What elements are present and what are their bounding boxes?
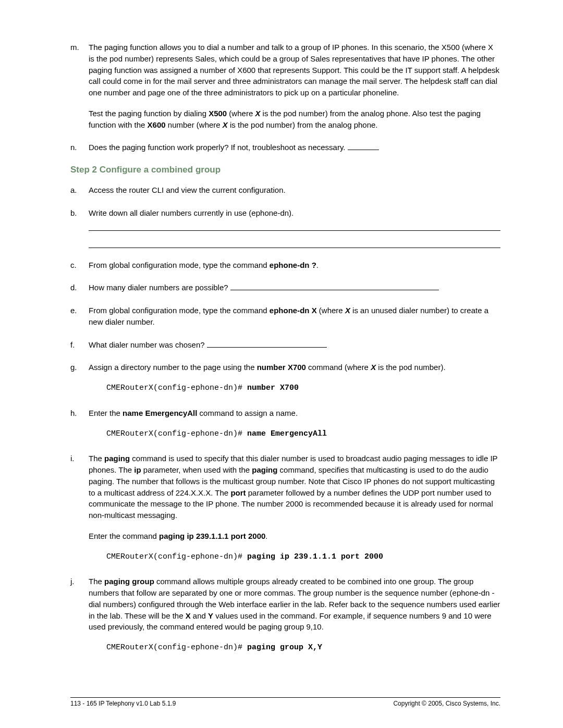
- marker-e: e.: [70, 305, 89, 328]
- t: parameter, when used with the: [141, 465, 252, 474]
- code-cmd: name EmergencyAll: [247, 429, 327, 438]
- body-f: What dialer number was chosen?: [89, 339, 500, 351]
- item-c: c. From global configuration mode, type …: [70, 260, 500, 271]
- t: command to assign a name.: [197, 409, 298, 417]
- marker-b: b.: [70, 207, 89, 248]
- blank-line[interactable]: [89, 238, 500, 248]
- marker-i: i.: [70, 453, 89, 564]
- marker-g: g.: [70, 362, 89, 396]
- code-cmd: number X700: [247, 384, 299, 392]
- list-continued: m. The paging function allows you to dia…: [70, 42, 500, 153]
- bold: ephone-dn ?: [270, 261, 316, 269]
- t: .: [265, 532, 267, 540]
- body-m: The paging function allows you to dial a…: [89, 42, 500, 130]
- t: number (where: [166, 120, 223, 129]
- t: Enter the: [89, 409, 123, 417]
- marker-a: a.: [70, 184, 89, 196]
- code-block: CMERouterX(config-ephone-dn)# number X70…: [106, 382, 500, 394]
- t: .: [316, 261, 319, 269]
- t: is the pod number) from the analog phone…: [228, 120, 378, 129]
- t: Test the paging function by dialing: [89, 109, 209, 118]
- bold: paging: [104, 454, 130, 463]
- blank-line[interactable]: [348, 142, 379, 150]
- blank-line[interactable]: [89, 221, 500, 231]
- bold: ephone-dn X: [270, 306, 317, 315]
- bold: number X700: [257, 363, 306, 372]
- item-e: e. From global configuration mode, type …: [70, 305, 500, 328]
- t: The: [89, 577, 104, 586]
- code-prompt: CMERouterX(config-ephone-dn)#: [106, 643, 247, 652]
- item-j: j. The paging group command allows multi…: [70, 576, 500, 656]
- t: What dialer number was chosen?: [89, 340, 207, 349]
- step-heading: Step 2 Configure a combined group: [70, 165, 500, 175]
- marker-d: d.: [70, 282, 89, 293]
- m-p1: The paging function allows you to dial a…: [89, 42, 500, 98]
- ital: X: [371, 363, 376, 372]
- t: Enter the command: [89, 532, 159, 540]
- code-block: CMERouterX(config-ephone-dn)# name Emerg…: [106, 428, 500, 440]
- code-prompt: CMERouterX(config-ephone-dn)#: [106, 552, 247, 561]
- t: Write down all dialer numbers currently …: [89, 208, 293, 217]
- footer-right: Copyright © 2005, Cisco Systems, Inc.: [393, 700, 500, 707]
- body-b: Write down all dialer numbers currently …: [89, 207, 500, 248]
- i-p2: Enter the command paging ip 239.1.1.1 po…: [89, 530, 500, 542]
- body-j: The paging group command allows multiple…: [89, 576, 500, 656]
- page: m. The paging function allows you to dia…: [0, 0, 563, 728]
- list-step2: a. Access the router CLI and view the cu…: [70, 184, 500, 656]
- bold: ip: [134, 465, 141, 474]
- i-p1: The paging command is used to specify th…: [89, 453, 500, 521]
- code-block: CMERouterX(config-ephone-dn)# paging ip …: [106, 551, 500, 563]
- bold: paging group: [104, 577, 154, 586]
- bold: paging: [252, 465, 277, 474]
- code-prompt: CMERouterX(config-ephone-dn)#: [106, 384, 247, 392]
- bold: name EmergencyAll: [123, 409, 197, 417]
- item-f: f. What dialer number was chosen?: [70, 339, 500, 351]
- marker-m: m.: [70, 42, 89, 130]
- code-cmd: paging ip 239.1.1.1 port 2000: [247, 552, 383, 561]
- t: From global configuration mode, type the…: [89, 261, 270, 269]
- t: From global configuration mode, type the…: [89, 306, 270, 315]
- ital: X: [345, 306, 350, 315]
- ital: X: [255, 109, 260, 118]
- item-g: g. Assign a directory number to the page…: [70, 362, 500, 396]
- body-d: How many dialer numbers are possible?: [89, 282, 500, 293]
- bold: X: [186, 611, 191, 620]
- g-p: Assign a directory number to the page us…: [89, 362, 500, 373]
- item-b: b. Write down all dialer numbers current…: [70, 207, 500, 248]
- bold: X500: [209, 109, 227, 118]
- blank-line[interactable]: [207, 339, 327, 348]
- blank-line[interactable]: [230, 282, 439, 290]
- marker-h: h.: [70, 408, 89, 442]
- t: The: [89, 454, 104, 463]
- bold: Y: [208, 611, 213, 620]
- bold: X600: [148, 120, 166, 129]
- t: How many dialer numbers are possible?: [89, 283, 230, 292]
- body-n: Does the paging function work properly? …: [89, 142, 500, 153]
- code-block: CMERouterX(config-ephone-dn)# paging gro…: [106, 642, 500, 653]
- footer: 113 - 165 IP Telephony v1.0 Lab 5.1.9 Co…: [70, 697, 500, 707]
- bold: port: [230, 488, 246, 497]
- marker-n: n.: [70, 142, 89, 153]
- marker-c: c.: [70, 260, 89, 271]
- t: Assign a directory number to the page us…: [89, 363, 257, 372]
- footer-left: 113 - 165 IP Telephony v1.0 Lab 5.1.9: [70, 700, 176, 707]
- h-p: Enter the name EmergencyAll command to a…: [89, 408, 500, 419]
- item-i: i. The paging command is used to specify…: [70, 453, 500, 564]
- body-g: Assign a directory number to the page us…: [89, 362, 500, 396]
- body-a: Access the router CLI and view the curre…: [89, 184, 500, 196]
- item-h: h. Enter the name EmergencyAll command t…: [70, 408, 500, 442]
- item-n: n. Does the paging function work properl…: [70, 142, 500, 153]
- body-h: Enter the name EmergencyAll command to a…: [89, 408, 500, 442]
- m-p2: Test the paging function by dialing X500…: [89, 108, 500, 131]
- ital: X: [223, 120, 228, 129]
- t: command (where: [306, 363, 371, 372]
- t: Does the paging function work properly? …: [89, 143, 348, 152]
- code-prompt: CMERouterX(config-ephone-dn)#: [106, 429, 247, 438]
- t: is the pod number).: [376, 363, 445, 372]
- body-e: From global configuration mode, type the…: [89, 305, 500, 328]
- code-cmd: paging group X,Y: [247, 643, 322, 652]
- item-d: d. How many dialer numbers are possible?: [70, 282, 500, 293]
- t: and: [191, 611, 208, 620]
- body-i: The paging command is used to specify th…: [89, 453, 500, 564]
- marker-j: j.: [70, 576, 89, 656]
